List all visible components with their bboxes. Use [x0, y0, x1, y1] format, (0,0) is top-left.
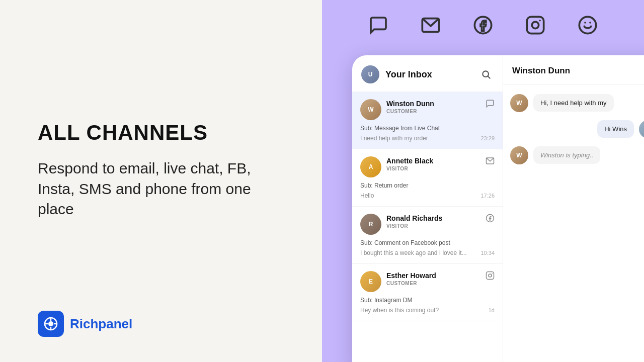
- chat-contact-name: Winston Dunn: [512, 66, 642, 76]
- msg-text-2: Hi Wins: [604, 125, 627, 133]
- conv-subject-ronald: Sub: Comment on Facebook post: [360, 239, 495, 246]
- left-content: ALL CHANNELS Respond to email, live chat…: [38, 121, 292, 220]
- conv-role-winston: CUSTOMER: [386, 109, 495, 114]
- svg-point-9: [532, 22, 538, 28]
- facebook-icon: [472, 14, 494, 36]
- svg-line-13: [488, 76, 491, 79]
- right-panel: U Your Inbox W: [322, 0, 644, 362]
- conv-info-esther: Esther Howard CUSTOMER: [386, 271, 495, 286]
- conv-role-annette: VISITOR: [386, 166, 495, 171]
- conv-subject-winston: Sub: Message from Live Chat: [360, 125, 495, 132]
- conv-time-annette: 17:26: [480, 193, 495, 199]
- conv-preview-ronald: I bought this a week ago and I lovee it.…: [360, 249, 476, 256]
- search-button[interactable]: [478, 67, 494, 82]
- msg-text-1: Hi, I need help with my: [540, 99, 607, 107]
- msg-row-3: W Winston is typing..: [510, 146, 644, 164]
- chat-header: Winston Dunn ☆: [503, 55, 644, 85]
- subtext: Respond to email, live chat, FB, Insta, …: [38, 158, 289, 220]
- svg-point-1: [48, 321, 53, 326]
- msg-row-1: W Hi, I need help with my: [510, 94, 644, 112]
- inbox-list: U Your Inbox W: [352, 55, 503, 362]
- msg-avatar-2: U: [639, 120, 644, 138]
- conv-name-esther: Esther Howard: [386, 272, 436, 280]
- conv-item-ronald[interactable]: R Ronald Richards VISITOR Sub: Com: [352, 207, 503, 264]
- richpanel-logo-icon: [38, 311, 64, 337]
- conv-time-ronald: 10:34: [480, 250, 495, 256]
- msg-bubble-2: Hi Wins: [597, 120, 634, 138]
- icons-bar: [322, 0, 644, 50]
- svg-rect-16: [487, 272, 494, 280]
- chat-messages: W Hi, I need help with my U Hi Wins: [503, 85, 644, 362]
- email-icon: [420, 14, 442, 36]
- conv-preview-annette: Hello: [360, 192, 476, 199]
- conv-subject-esther: Sub: Instagram DM: [360, 297, 495, 304]
- svg-point-18: [492, 273, 493, 274]
- conv-time-winston: 23:29: [480, 135, 495, 141]
- conv-info-ronald: Ronald Richards VISITOR: [386, 214, 495, 229]
- conv-avatar-esther: E: [360, 271, 381, 292]
- inbox-header: U Your Inbox: [352, 55, 503, 92]
- conv-preview-winston: I need help with my order: [360, 135, 476, 142]
- conv-item-esther[interactable]: E Esther Howard CUSTOMER: [352, 264, 503, 321]
- conv-avatar-ronald: R: [360, 214, 381, 235]
- msg-typing: Winston is typing..: [540, 151, 593, 159]
- conv-time-esther: 1d: [489, 307, 495, 313]
- conv-info-winston: Winston Dunn CUSTOMER: [386, 99, 495, 114]
- conv-subject-annette: Sub: Return order: [360, 182, 495, 189]
- conv-name-ronald: Ronald Richards: [386, 214, 442, 222]
- logo-text: Richpanel: [70, 316, 132, 332]
- msg-row-2: U Hi Wins: [510, 120, 644, 138]
- logo-area: Richpanel: [38, 311, 292, 337]
- inbox-title: Your Inbox: [385, 69, 432, 80]
- conv-role-ronald: VISITOR: [386, 223, 495, 229]
- svg-point-12: [482, 71, 489, 77]
- conv-item-winston[interactable]: W Winston Dunn CUSTOMER Sub: Message fro…: [352, 92, 503, 149]
- inbox-avatar-face: U: [361, 65, 379, 83]
- conv-name-winston: Winston Dunn: [386, 100, 434, 108]
- left-panel: ALL CHANNELS Respond to email, live chat…: [0, 0, 322, 362]
- conv-avatar-winston: W: [360, 99, 381, 120]
- svg-point-10: [539, 20, 541, 21]
- whatsapp-icon: [577, 14, 599, 36]
- headline: ALL CHANNELS: [38, 121, 292, 144]
- conv-info-annette: Annette Black VISITOR: [386, 156, 495, 171]
- conv-name-annette: Annette Black: [386, 157, 433, 165]
- svg-rect-8: [527, 17, 543, 33]
- chat-icon: [367, 14, 389, 36]
- msg-avatar-1: W: [510, 94, 528, 112]
- inbox-header-left: U Your Inbox: [361, 65, 432, 83]
- conv-avatar-annette: A: [360, 156, 381, 177]
- chat-panel: Winston Dunn ☆ W Hi, I need help with my…: [503, 55, 644, 362]
- msg-bubble-1: Hi, I need help with my: [533, 94, 614, 112]
- svg-point-17: [489, 274, 492, 277]
- msg-avatar-3: W: [510, 146, 528, 164]
- instagram-icon: [524, 14, 546, 36]
- svg-point-11: [579, 17, 596, 33]
- inbox-avatar: U: [361, 65, 379, 83]
- device-mockup: U Your Inbox W: [352, 55, 644, 362]
- conv-item-annette[interactable]: A Annette Black VISITOR Sub: Retur: [352, 149, 503, 207]
- conv-role-esther: CUSTOMER: [386, 281, 495, 286]
- conv-preview-esther: Hey when is this coming out?: [360, 307, 485, 314]
- msg-bubble-3: Winston is typing..: [533, 146, 600, 164]
